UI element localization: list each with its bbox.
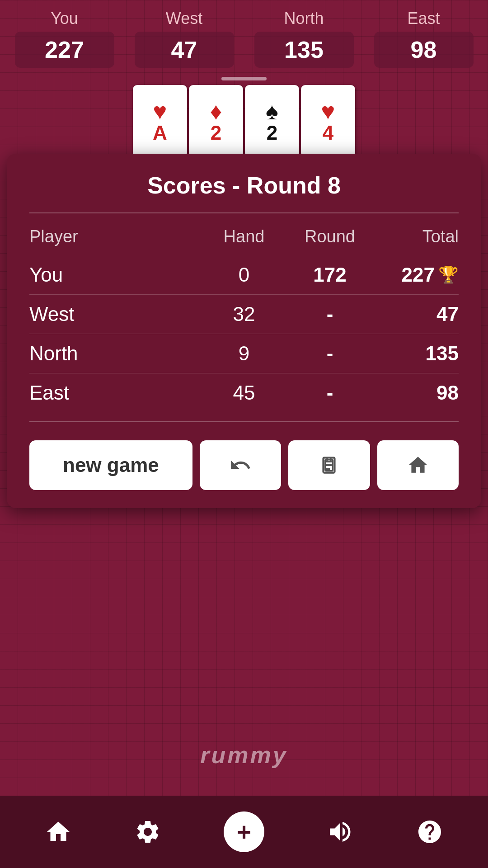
score-east-value: 98 bbox=[411, 36, 437, 63]
row-hand-north: 9 bbox=[201, 342, 287, 365]
logo-text: rummy bbox=[200, 742, 287, 768]
nav-add-button[interactable]: + bbox=[224, 811, 264, 852]
score-east-box: 98 bbox=[374, 32, 474, 68]
score-box-north: North 135 bbox=[250, 9, 358, 68]
score-west-box: 47 bbox=[135, 32, 234, 68]
table-row-north: North 9 - 135 bbox=[29, 334, 459, 373]
nav-help-button[interactable] bbox=[416, 818, 443, 845]
row-round-north: - bbox=[287, 342, 373, 365]
label-west: West bbox=[166, 9, 202, 28]
row-player-you: You bbox=[29, 264, 201, 286]
cards-indicator bbox=[221, 77, 267, 80]
score-west-value: 47 bbox=[171, 36, 197, 63]
trophy-icon: 🏆 bbox=[438, 265, 459, 284]
row-round-you: 172 bbox=[287, 264, 373, 286]
home-icon bbox=[407, 454, 429, 476]
header-hand: Hand bbox=[201, 227, 287, 246]
row-total-north: 135 bbox=[373, 342, 459, 365]
label-you: You bbox=[51, 9, 78, 28]
score-modal: Scores - Round 8 Player Hand Round Total… bbox=[7, 154, 481, 508]
plus-icon: + bbox=[237, 817, 251, 846]
table-header: Player Hand Round Total bbox=[29, 222, 459, 251]
action-buttons: new game bbox=[29, 440, 459, 490]
undo-icon bbox=[229, 454, 252, 476]
table-row-you: You 0 172 227 🏆 bbox=[29, 255, 459, 295]
nav-sound-icon bbox=[327, 818, 354, 845]
label-east: East bbox=[407, 9, 440, 28]
rummy-logo: rummy bbox=[0, 741, 488, 769]
score-you-value: 227 bbox=[45, 36, 84, 63]
screenshot-button[interactable] bbox=[288, 440, 370, 490]
score-north-box: 135 bbox=[254, 32, 354, 68]
row-total-you: 227 🏆 bbox=[373, 264, 459, 286]
card-2-diamonds: ♦ 2 bbox=[189, 85, 243, 157]
score-box-west: West 47 bbox=[130, 9, 239, 68]
divider-top bbox=[29, 212, 459, 213]
home-button[interactable] bbox=[377, 440, 459, 490]
row-hand-west: 32 bbox=[201, 303, 287, 326]
undo-button[interactable] bbox=[200, 440, 281, 490]
row-total-west: 47 bbox=[373, 303, 459, 326]
row-hand-you: 0 bbox=[201, 264, 287, 286]
header-player: Player bbox=[29, 227, 201, 246]
nav-settings-button[interactable] bbox=[134, 818, 161, 845]
header-round: Round bbox=[287, 227, 373, 246]
score-box-east: East 98 bbox=[370, 9, 478, 68]
row-player-east: East bbox=[29, 382, 201, 404]
top-scores-bar: You 227 West 47 North 135 East 98 bbox=[0, 0, 488, 72]
row-total-east: 98 bbox=[373, 382, 459, 404]
table-row-west: West 32 - 47 bbox=[29, 295, 459, 334]
nav-home-button[interactable] bbox=[45, 818, 72, 845]
score-table: Player Hand Round Total You 0 172 227 🏆 … bbox=[29, 222, 459, 412]
new-game-button[interactable]: new game bbox=[29, 440, 192, 490]
bottom-nav: + bbox=[0, 796, 488, 868]
nav-home-icon bbox=[45, 818, 72, 845]
nav-help-icon bbox=[416, 818, 443, 845]
divider-bottom bbox=[29, 421, 459, 422]
modal-title: Scores - Round 8 bbox=[29, 172, 459, 199]
nav-sound-button[interactable] bbox=[327, 818, 354, 845]
cards-container: ♥ A ♦ 2 ♠ 2 ♥ 4 bbox=[133, 85, 355, 157]
card-4-hearts: ♥ 4 bbox=[301, 85, 355, 157]
row-round-west: - bbox=[287, 303, 373, 326]
row-player-north: North bbox=[29, 342, 201, 365]
nav-settings-icon bbox=[134, 818, 161, 845]
score-box-you: You 227 bbox=[10, 9, 119, 68]
card-ace-hearts: ♥ A bbox=[133, 85, 187, 157]
header-total: Total bbox=[373, 227, 459, 246]
row-player-west: West bbox=[29, 303, 201, 326]
score-you-box: 227 bbox=[15, 32, 114, 68]
label-north: North bbox=[284, 9, 324, 28]
row-hand-east: 45 bbox=[201, 382, 287, 404]
card-2-spades: ♠ 2 bbox=[245, 85, 299, 157]
row-round-east: - bbox=[287, 382, 373, 404]
score-north-value: 135 bbox=[284, 36, 324, 63]
screenshot-icon bbox=[318, 454, 340, 476]
table-row-east: East 45 - 98 bbox=[29, 373, 459, 412]
